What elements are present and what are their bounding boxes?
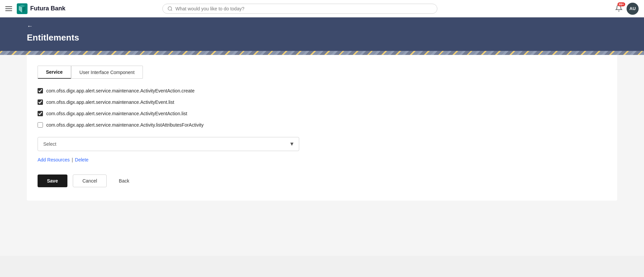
svg-point-1 bbox=[168, 7, 172, 10]
checkbox-item-4: com.ofss.digx.app.alert.service.maintena… bbox=[38, 122, 606, 128]
brand-icon bbox=[17, 3, 28, 14]
header-stripe-decoration bbox=[0, 51, 644, 55]
brand-name: Futura Bank bbox=[30, 5, 65, 12]
notification-badge: 99+ bbox=[618, 2, 625, 6]
action-separator: | bbox=[72, 157, 73, 162]
checkbox-label-1: com.ofss.digx.app.alert.service.maintena… bbox=[46, 88, 195, 93]
add-resources-link[interactable]: Add Resources bbox=[38, 157, 70, 162]
back-arrow[interactable]: ← bbox=[27, 23, 33, 30]
checkbox-4[interactable] bbox=[38, 122, 43, 128]
action-links: Add Resources | Delete bbox=[38, 157, 606, 162]
checkbox-label-2: com.ofss.digx.app.alert.service.maintena… bbox=[46, 99, 174, 105]
notification-bell[interactable]: 99+ bbox=[615, 4, 623, 13]
resource-select[interactable]: Select bbox=[38, 137, 299, 151]
tabs-row: Service User Interface Component bbox=[38, 66, 606, 79]
main-content: Service User Interface Component com.ofs… bbox=[0, 55, 644, 256]
button-row: Save Cancel Back bbox=[38, 175, 606, 187]
search-input[interactable] bbox=[175, 6, 432, 11]
svg-line-2 bbox=[171, 10, 172, 11]
content-card: Service User Interface Component com.ofs… bbox=[27, 55, 617, 201]
navbar-right: 99+ AU bbox=[615, 3, 639, 15]
brand: Futura Bank bbox=[17, 3, 65, 14]
checkbox-label-4: com.ofss.digx.app.alert.service.maintena… bbox=[46, 122, 204, 128]
checkbox-list: com.ofss.digx.app.alert.service.maintena… bbox=[38, 88, 606, 128]
checkbox-1[interactable] bbox=[38, 88, 43, 93]
checkbox-label-3: com.ofss.digx.app.alert.service.maintena… bbox=[46, 111, 187, 116]
user-avatar[interactable]: AU bbox=[627, 3, 639, 15]
tab-service[interactable]: Service bbox=[38, 66, 71, 79]
back-button[interactable]: Back bbox=[112, 175, 136, 187]
search-bar[interactable] bbox=[162, 4, 437, 14]
checkbox-item-3: com.ofss.digx.app.alert.service.maintena… bbox=[38, 111, 606, 116]
cancel-button[interactable]: Cancel bbox=[73, 175, 107, 187]
checkbox-item-1: com.ofss.digx.app.alert.service.maintena… bbox=[38, 88, 606, 93]
hamburger-menu[interactable] bbox=[5, 6, 12, 11]
page-title: Entitlements bbox=[27, 32, 617, 43]
checkbox-2[interactable] bbox=[38, 99, 43, 105]
tab-ui-component[interactable]: User Interface Component bbox=[71, 66, 143, 79]
checkbox-3[interactable] bbox=[38, 111, 43, 116]
select-wrap: Select ▼ bbox=[38, 137, 299, 151]
page-header: ← Entitlements bbox=[0, 17, 644, 51]
checkbox-item-2: com.ofss.digx.app.alert.service.maintena… bbox=[38, 99, 606, 105]
navbar: Futura Bank 99+ AU bbox=[0, 0, 644, 17]
save-button[interactable]: Save bbox=[38, 175, 67, 187]
delete-link[interactable]: Delete bbox=[75, 157, 88, 162]
search-icon bbox=[167, 6, 173, 11]
